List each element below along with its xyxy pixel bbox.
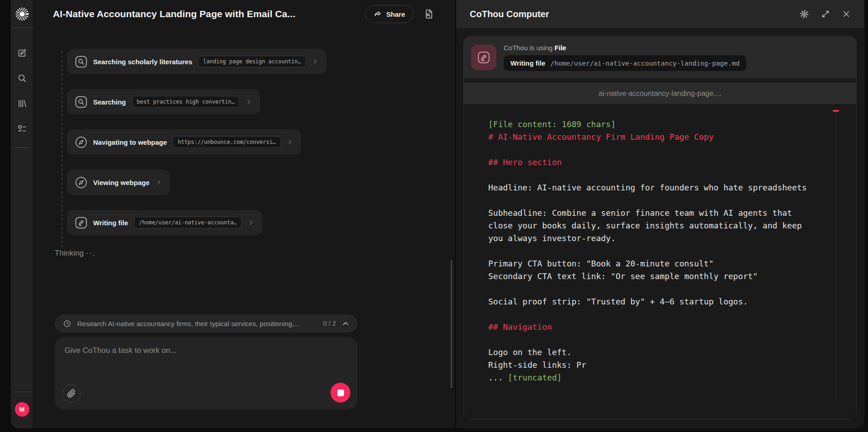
stop-button[interactable] xyxy=(330,383,350,403)
chevron-right-icon[interactable] xyxy=(287,139,293,145)
using-prefix: CoThou is using xyxy=(504,44,552,52)
action-file-path: /home/user/ai-native-accountancy-landing… xyxy=(550,60,740,67)
composer-area: Research AI-native accountancy firms, th… xyxy=(55,314,358,410)
code-line: Subheadline: Combine a senior finance te… xyxy=(488,207,838,219)
chevron-right-icon[interactable] xyxy=(248,219,254,226)
band-gap xyxy=(464,78,856,83)
step-navigate[interactable]: Navigating to webpage https://unbounce.c… xyxy=(67,129,301,155)
sunburst-logo-icon xyxy=(14,6,30,22)
task-progress-bar[interactable]: Research AI-native accountancy firms, th… xyxy=(55,314,358,332)
code-line: Social proof strip: "Trusted by" + 4–6 s… xyxy=(488,295,838,308)
task-progress-count: 0 / 2 xyxy=(323,320,336,327)
step-search-scholarly[interactable]: Searching scholarly literatures landing … xyxy=(67,49,326,74)
file-tab-name: ai-native-accountancy-landing-page.... xyxy=(599,90,721,98)
current-action-pill: Writing file /home/user/ai-native-accoun… xyxy=(504,55,746,71)
share-button[interactable]: Share xyxy=(365,5,414,23)
code-line xyxy=(488,143,838,156)
file-tool-tile xyxy=(471,45,496,70)
code-line xyxy=(488,283,838,295)
chat-scrollbar[interactable] xyxy=(451,260,452,388)
step-write-file[interactable]: Writing file /home/user/ai-native-accoun… xyxy=(67,210,262,235)
code-line: Headline: AI-native accounting for found… xyxy=(488,181,838,194)
tool-usage-info: CoThou is using File Writing file /home/… xyxy=(504,44,746,71)
thinking-dots: ··. xyxy=(86,249,96,257)
agent-steps: Searching scholarly literatures landing … xyxy=(67,49,454,235)
code-line: you always investor-ready. xyxy=(488,232,838,245)
checklist-icon xyxy=(17,124,27,134)
code-line: Logo on the left. xyxy=(488,346,838,359)
file-search-button[interactable] xyxy=(424,9,434,19)
code-line: close your books daily, surface insights… xyxy=(488,219,838,232)
chat-header: AI-Native Accountancy Landing Page with … xyxy=(34,0,454,28)
clock-icon xyxy=(63,319,71,328)
sidebar-divider xyxy=(15,147,29,148)
step-search[interactable]: Searching best practices high convertin… xyxy=(67,89,260,114)
app-window: M AI-Native Accountancy Landing Page wit… xyxy=(11,0,864,428)
thinking-label: Thinking xyxy=(55,249,84,257)
step-label: Viewing webpage xyxy=(93,179,150,186)
tool-usage-header: CoThou is using File Writing file /home/… xyxy=(464,37,856,78)
computer-view-card: CoThou is using File Writing file /home/… xyxy=(463,36,857,419)
step-url-chip: https://unbounce.com/conversi… xyxy=(173,136,281,148)
step-label: Searching xyxy=(93,98,126,106)
user-avatar[interactable]: M xyxy=(15,402,29,417)
search-nav-button[interactable] xyxy=(17,73,28,84)
file-edit-icon xyxy=(75,217,87,229)
globe-icon xyxy=(75,176,87,189)
paperclip-icon xyxy=(67,389,76,398)
step-label: Searching scholarly literatures xyxy=(93,58,192,66)
file-viewer: [File content: 1689 chars]# AI-Native Ac… xyxy=(464,104,856,419)
code-line: # AI-Native Accountancy Firm Landing Pag… xyxy=(488,131,838,143)
code-line xyxy=(488,245,838,257)
chat-header-actions: Share xyxy=(365,5,434,23)
step-label: Navigating to webpage xyxy=(93,138,167,146)
chat-main: AI-Native Accountancy Landing Page with … xyxy=(34,0,454,428)
step-view-webpage[interactable]: Viewing webpage xyxy=(67,170,170,195)
chevron-right-icon[interactable] xyxy=(245,99,252,105)
search-in-square-icon xyxy=(75,56,87,68)
step-query-chip: landing page design accountin… xyxy=(198,56,306,67)
task-summary-text: Research AI-native accountancy firms, th… xyxy=(77,320,317,328)
expand-icon xyxy=(821,9,830,19)
code-line xyxy=(488,333,838,346)
code-line: ## Hero section xyxy=(488,156,838,169)
chevron-right-icon[interactable] xyxy=(312,58,318,65)
library-nav-button[interactable] xyxy=(17,98,28,109)
code-line: Secondary CTA text link: "Or see sample … xyxy=(488,270,838,283)
thinking-indicator: Thinking ··. xyxy=(55,249,454,258)
settings-button[interactable] xyxy=(799,9,809,19)
sidebar: M xyxy=(11,0,33,428)
tasks-nav-button[interactable] xyxy=(17,123,28,134)
computer-panel-header: CoThou Computer xyxy=(456,0,864,28)
close-icon xyxy=(842,9,851,19)
file-edit-icon xyxy=(477,51,491,64)
compose-icon xyxy=(17,48,27,58)
step-label: Writing file xyxy=(93,219,128,227)
code-line: ## Navigation xyxy=(488,321,838,333)
file-tab-bar[interactable]: ai-native-accountancy-landing-page.... xyxy=(464,83,856,104)
search-in-square-icon xyxy=(75,96,87,108)
step-path-chip: /home/user/ai-native-accounta… xyxy=(134,217,242,228)
share-icon xyxy=(373,10,382,19)
file-content: [File content: 1689 chars]# AI-Native Ac… xyxy=(488,118,838,384)
chat-title: AI-Native Accountancy Landing Page with … xyxy=(53,9,295,19)
file-scrollbar-thumb[interactable] xyxy=(833,110,839,112)
chevron-right-icon[interactable] xyxy=(156,179,162,185)
gear-icon xyxy=(799,9,809,19)
close-panel-button[interactable] xyxy=(842,9,851,19)
task-input[interactable]: Give CoThou a task to work on... xyxy=(55,337,358,410)
attach-file-button[interactable] xyxy=(62,385,80,403)
sidebar-footer-divider xyxy=(12,392,32,392)
globe-icon xyxy=(75,136,87,148)
step-connector-line xyxy=(61,51,62,248)
file-search-icon xyxy=(424,9,434,19)
step-query-chip: best practices high convertin… xyxy=(132,96,240,108)
tool-usage-status: CoThou is using File xyxy=(504,44,746,52)
code-line: ... [truncated] xyxy=(488,371,838,384)
app-logo[interactable] xyxy=(11,0,33,28)
code-line: [File content: 1689 chars] xyxy=(488,118,838,131)
new-chat-button[interactable] xyxy=(17,47,28,58)
code-line: Right-side links: Pr xyxy=(488,359,838,371)
chevron-up-icon[interactable] xyxy=(342,320,349,328)
expand-button[interactable] xyxy=(821,9,830,19)
